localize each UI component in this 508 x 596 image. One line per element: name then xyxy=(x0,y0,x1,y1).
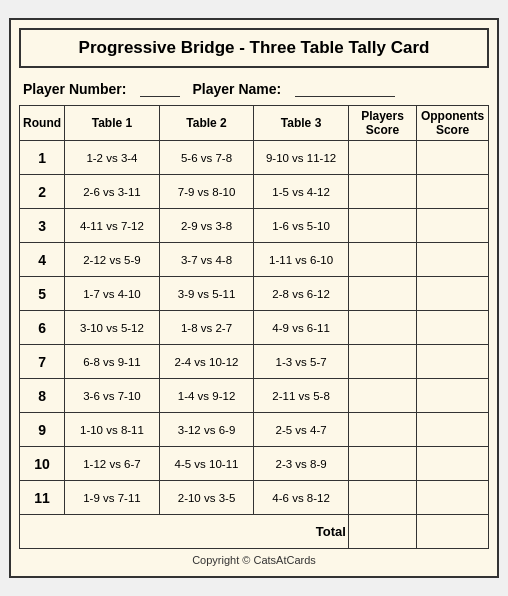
table2-matchup: 3-7 vs 4-8 xyxy=(159,243,254,277)
round-number: 5 xyxy=(20,277,65,311)
players-score-cell[interactable] xyxy=(348,311,416,345)
col-header-players-score: Players Score xyxy=(348,106,416,141)
round-number: 1 xyxy=(20,141,65,175)
total-players-score[interactable] xyxy=(348,515,416,549)
opponents-score-cell[interactable] xyxy=(417,141,489,175)
table3-matchup: 2-5 vs 4-7 xyxy=(254,413,349,447)
table-row: 111-9 vs 7-112-10 vs 3-54-6 vs 8-12 xyxy=(20,481,489,515)
card-wrapper: Progressive Bridge - Three Table Tally C… xyxy=(9,18,499,578)
total-opponents-score[interactable] xyxy=(417,515,489,549)
table1-matchup: 3-6 vs 7-10 xyxy=(65,379,160,413)
table3-matchup: 4-6 vs 8-12 xyxy=(254,481,349,515)
table1-matchup: 4-11 vs 7-12 xyxy=(65,209,160,243)
table1-matchup: 1-2 vs 3-4 xyxy=(65,141,160,175)
table2-matchup: 7-9 vs 8-10 xyxy=(159,175,254,209)
players-score-cell[interactable] xyxy=(348,345,416,379)
table3-matchup: 1-5 vs 4-12 xyxy=(254,175,349,209)
table2-matchup: 2-9 vs 3-8 xyxy=(159,209,254,243)
total-row: Total xyxy=(20,515,489,549)
table-row: 11-2 vs 3-45-6 vs 7-89-10 vs 11-12 xyxy=(20,141,489,175)
table3-matchup: 2-11 vs 5-8 xyxy=(254,379,349,413)
player-info: Player Number: Player Name: xyxy=(19,74,489,105)
opponents-score-cell[interactable] xyxy=(417,277,489,311)
players-score-cell[interactable] xyxy=(348,447,416,481)
table2-matchup: 2-4 vs 10-12 xyxy=(159,345,254,379)
table1-matchup: 1-12 vs 6-7 xyxy=(65,447,160,481)
opponents-score-cell[interactable] xyxy=(417,175,489,209)
opponents-score-cell[interactable] xyxy=(417,481,489,515)
round-number: 11 xyxy=(20,481,65,515)
table2-matchup: 1-4 vs 9-12 xyxy=(159,379,254,413)
total-label: Total xyxy=(20,515,349,549)
table3-matchup: 1-6 vs 5-10 xyxy=(254,209,349,243)
round-number: 9 xyxy=(20,413,65,447)
table-row: 51-7 vs 4-103-9 vs 5-112-8 vs 6-12 xyxy=(20,277,489,311)
table3-matchup: 1-3 vs 5-7 xyxy=(254,345,349,379)
player-number-label: Player Number: xyxy=(23,81,126,97)
player-number-blank[interactable] xyxy=(140,80,180,97)
table-row: 91-10 vs 8-113-12 vs 6-92-5 vs 4-7 xyxy=(20,413,489,447)
table-row: 34-11 vs 7-122-9 vs 3-81-6 vs 5-10 xyxy=(20,209,489,243)
col-header-table3: Table 3 xyxy=(254,106,349,141)
opponents-score-cell[interactable] xyxy=(417,379,489,413)
players-score-cell[interactable] xyxy=(348,141,416,175)
opponents-score-cell[interactable] xyxy=(417,413,489,447)
table2-matchup: 4-5 vs 10-11 xyxy=(159,447,254,481)
round-number: 4 xyxy=(20,243,65,277)
table2-matchup: 1-8 vs 2-7 xyxy=(159,311,254,345)
table1-matchup: 2-6 vs 3-11 xyxy=(65,175,160,209)
table2-matchup: 2-10 vs 3-5 xyxy=(159,481,254,515)
table-row: 83-6 vs 7-101-4 vs 9-122-11 vs 5-8 xyxy=(20,379,489,413)
card-title: Progressive Bridge - Three Table Tally C… xyxy=(19,28,489,68)
round-number: 2 xyxy=(20,175,65,209)
copyright: Copyright © CatsAtCards xyxy=(19,549,489,568)
table-row: 63-10 vs 5-121-8 vs 2-74-9 vs 6-11 xyxy=(20,311,489,345)
table2-matchup: 5-6 vs 7-8 xyxy=(159,141,254,175)
players-score-cell[interactable] xyxy=(348,413,416,447)
table2-matchup: 3-12 vs 6-9 xyxy=(159,413,254,447)
table3-matchup: 2-3 vs 8-9 xyxy=(254,447,349,481)
col-header-round: Round xyxy=(20,106,65,141)
table-row: 76-8 vs 9-112-4 vs 10-121-3 vs 5-7 xyxy=(20,345,489,379)
table3-matchup: 1-11 vs 6-10 xyxy=(254,243,349,277)
tally-table: Round Table 1 Table 2 Table 3 Players Sc… xyxy=(19,105,489,549)
player-name-label: Player Name: xyxy=(192,81,281,97)
table1-matchup: 6-8 vs 9-11 xyxy=(65,345,160,379)
opponents-score-cell[interactable] xyxy=(417,345,489,379)
players-score-cell[interactable] xyxy=(348,175,416,209)
round-number: 8 xyxy=(20,379,65,413)
opponents-score-cell[interactable] xyxy=(417,243,489,277)
player-name-blank[interactable] xyxy=(295,80,395,97)
opponents-score-cell[interactable] xyxy=(417,311,489,345)
table1-matchup: 1-7 vs 4-10 xyxy=(65,277,160,311)
table1-matchup: 1-9 vs 7-11 xyxy=(65,481,160,515)
players-score-cell[interactable] xyxy=(348,243,416,277)
players-score-cell[interactable] xyxy=(348,277,416,311)
round-number: 6 xyxy=(20,311,65,345)
table-row: 22-6 vs 3-117-9 vs 8-101-5 vs 4-12 xyxy=(20,175,489,209)
table3-matchup: 4-9 vs 6-11 xyxy=(254,311,349,345)
players-score-cell[interactable] xyxy=(348,379,416,413)
table-row: 42-12 vs 5-93-7 vs 4-81-11 vs 6-10 xyxy=(20,243,489,277)
col-header-opponents-score: Opponents Score xyxy=(417,106,489,141)
col-header-table2: Table 2 xyxy=(159,106,254,141)
round-number: 10 xyxy=(20,447,65,481)
players-score-cell[interactable] xyxy=(348,209,416,243)
table1-matchup: 2-12 vs 5-9 xyxy=(65,243,160,277)
opponents-score-cell[interactable] xyxy=(417,447,489,481)
col-header-table1: Table 1 xyxy=(65,106,160,141)
table3-matchup: 2-8 vs 6-12 xyxy=(254,277,349,311)
table2-matchup: 3-9 vs 5-11 xyxy=(159,277,254,311)
table1-matchup: 1-10 vs 8-11 xyxy=(65,413,160,447)
round-number: 7 xyxy=(20,345,65,379)
table-row: 101-12 vs 6-74-5 vs 10-112-3 vs 8-9 xyxy=(20,447,489,481)
table1-matchup: 3-10 vs 5-12 xyxy=(65,311,160,345)
round-number: 3 xyxy=(20,209,65,243)
table3-matchup: 9-10 vs 11-12 xyxy=(254,141,349,175)
players-score-cell[interactable] xyxy=(348,481,416,515)
opponents-score-cell[interactable] xyxy=(417,209,489,243)
